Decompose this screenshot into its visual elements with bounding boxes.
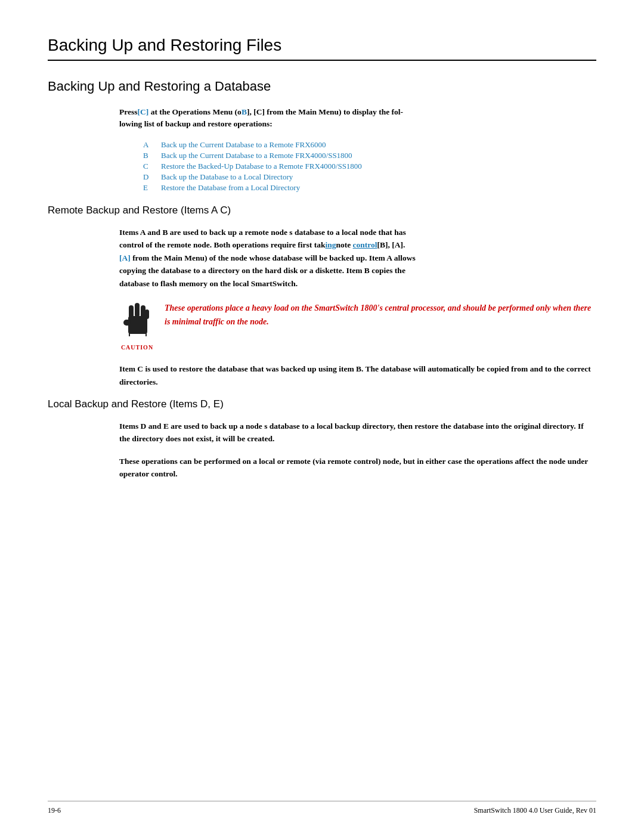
hand-icon — [121, 299, 154, 343]
control-link: control — [353, 240, 377, 249]
menu-letter-e: E — [143, 183, 151, 193]
menu-item-b: B Back up the Current Database to a Remo… — [143, 151, 596, 160]
caution-box: CAUTION These operations place a heavy l… — [119, 299, 596, 351]
menu-letter-a: A — [143, 140, 151, 150]
taking-note-link: ing — [325, 240, 336, 249]
menu-text-e: Restore the Database from a Local Direct… — [161, 183, 300, 193]
intro-paragraph: Press[C] at the Operations Menu (oB], [C… — [119, 106, 596, 131]
menu-item-e: E Restore the Database from a Local Dire… — [143, 183, 596, 193]
intro-rest: at the Operations Menu (oB], [C] from th… — [119, 107, 403, 128]
menu-text-a: Back up the Current Database to a Remote… — [161, 140, 326, 150]
menu-letter-d: D — [143, 172, 151, 182]
page-container: Backing Up and Restoring Files Backing U… — [0, 0, 644, 833]
menu-text-b: Back up the Current Database to a Remote… — [161, 151, 352, 160]
svg-rect-3 — [135, 303, 140, 317]
svg-rect-0 — [128, 316, 147, 334]
page-footer: 19-6 SmartSwitch 1800 4.0 User Guide, Re… — [48, 801, 596, 815]
footer-guide-title: SmartSwitch 1800 4.0 User Guide, Rev 01 — [474, 806, 596, 815]
svg-rect-1 — [123, 320, 131, 326]
caution-text: These operations place a heavy load on t… — [165, 299, 596, 329]
menu-item-a: A Back up the Current Database to a Remo… — [143, 140, 596, 150]
svg-rect-4 — [141, 305, 145, 318]
bracket-c: [C] — [138, 107, 149, 116]
section3-body2: These operations can be performed on a l… — [119, 455, 596, 481]
menu-item-d: D Back up the Database to a Local Direct… — [143, 172, 596, 182]
menu-text-d: Back up the Database to a Local Director… — [161, 172, 293, 182]
menu-text-c: Restore the Backed-Up Database to a Remo… — [161, 162, 362, 171]
page-title: Backing Up and Restoring Files — [48, 36, 596, 61]
section2-body2: Item C is used to restore the database t… — [119, 363, 596, 388]
section1-title: Backing Up and Restoring a Database — [48, 79, 596, 94]
menu-list: A Back up the Current Database to a Remo… — [143, 140, 596, 193]
press-text: Press — [119, 107, 138, 116]
section3-body1: Items D and E are used to back up a node… — [119, 420, 596, 445]
footer-page-number: 19-6 — [48, 806, 61, 815]
caution-label: CAUTION — [121, 344, 153, 351]
menu-item-c: C Restore the Backed-Up Database to a Re… — [143, 162, 596, 171]
menu-letter-c: C — [143, 162, 151, 171]
menu-letter-b: B — [143, 151, 151, 160]
svg-rect-2 — [129, 305, 134, 318]
section3-title: Local Backup and Restore (Items D, E) — [48, 398, 596, 410]
section2-title: Remote Backup and Restore (Items A C) — [48, 205, 596, 216]
section2-body1: Items A and B are used to back up a remo… — [119, 226, 596, 290]
caution-icon-container: CAUTION — [119, 299, 155, 351]
svg-rect-5 — [145, 309, 149, 319]
